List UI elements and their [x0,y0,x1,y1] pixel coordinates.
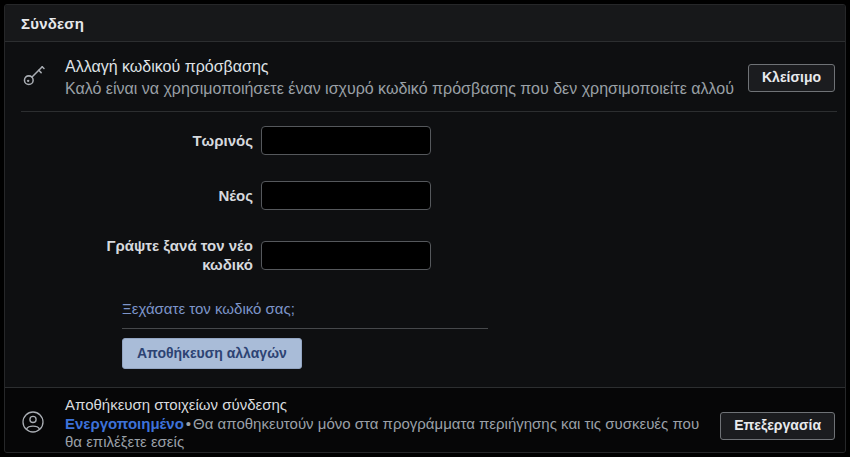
save-login-description: Ενεργοποιημένο•Θα αποθηκευτούν μόνο στα … [65,415,708,451]
password-section-subtitle: Καλό είναι να χρησιμοποιήσετε έναν ισχυρ… [65,80,748,98]
password-section-title: Αλλαγή κωδικού πρόσβασης [65,58,748,76]
edit-button[interactable]: Επεξεργασία [720,412,835,440]
close-button[interactable]: Κλείσιμο [748,64,835,92]
form-footer-divider [122,328,488,329]
save-changes-button[interactable]: Αποθήκευση αλλαγών [122,338,302,369]
password-section-text: Αλλαγή κωδικού πρόσβασης Καλό είναι να χ… [65,58,748,98]
save-login-section: Αποθήκευση στοιχείων σύνδεσης Ενεργοποιη… [5,387,845,453]
login-settings-card: Σύνδεση Αλλαγή κωδικού πρόσβασης Καλό εί… [4,4,846,453]
save-login-text: Αποθήκευση στοιχείων σύνδεσης Ενεργοποιη… [65,396,708,451]
new-password-row: Νέος [65,181,845,210]
key-icon [21,62,49,88]
page-title: Σύνδεση [21,15,84,32]
current-password-input[interactable] [261,126,431,155]
current-password-label: Τωρινός [65,131,253,150]
bullet-separator: • [184,415,193,432]
password-form: Τωρινός Νέος Γράψτε ξανά τον νέο κωδικό … [5,112,845,387]
retype-password-input[interactable] [261,241,431,270]
save-login-title: Αποθήκευση στοιχείων σύνδεσης [65,396,708,413]
card-header: Σύνδεση [5,5,845,42]
new-password-label: Νέος [65,186,253,205]
person-icon [21,410,49,434]
forgot-password-link[interactable]: Ξεχάσατε τον κωδικό σας; [122,300,295,317]
new-password-input[interactable] [261,181,431,210]
password-change-section: Αλλαγή κωδικού πρόσβασης Καλό είναι να χ… [5,42,845,387]
form-footer: Ξεχάσατε τον κωδικό σας; Αποθήκευση αλλα… [122,300,488,369]
retype-password-label: Γράψτε ξανά τον νέο κωδικό [65,236,253,274]
status-badge: Ενεργοποιημένο [65,415,184,432]
retype-password-row: Γράψτε ξανά τον νέο κωδικό [65,236,845,274]
password-section-header: Αλλαγή κωδικού πρόσβασης Καλό είναι να χ… [5,42,845,111]
current-password-row: Τωρινός [65,126,845,155]
